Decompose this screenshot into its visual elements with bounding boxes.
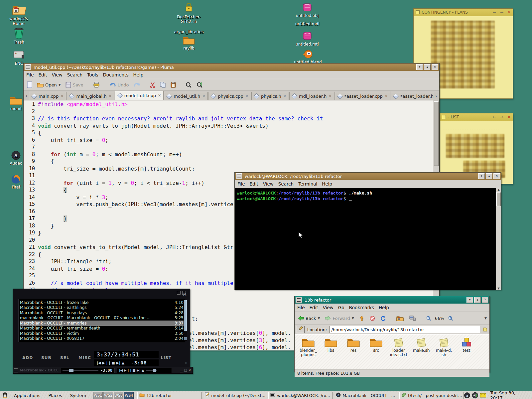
minimize-icon[interactable]: ▾ bbox=[466, 297, 473, 303]
location-go-icon[interactable] bbox=[483, 327, 487, 332]
taskbar-window-button[interactable]: [/tech/ - post your deskt... bbox=[399, 392, 464, 399]
zoom-in-button[interactable] bbox=[447, 315, 455, 322]
desktop-icon-raylib[interactable]: raylib bbox=[174, 35, 204, 51]
desktop-icon-untitled-mtl[interactable]: untitled.mtl bbox=[292, 31, 323, 47]
new-document-button[interactable] bbox=[26, 81, 34, 89]
note-back-arrow[interactable]: ← bbox=[493, 115, 496, 119]
tux-menu-icon[interactable] bbox=[0, 391, 10, 399]
tab-close-icon[interactable]: ✕ bbox=[245, 94, 248, 98]
file-item[interactable]: res bbox=[343, 336, 364, 353]
note-titlebar[interactable]: CONTINGENCY - PLANS ← → ✕ bbox=[414, 9, 513, 16]
applications-menu[interactable]: Applications bbox=[10, 393, 44, 398]
terminal-menubar[interactable]: FileEditViewSearchTerminalHelp bbox=[235, 180, 501, 188]
note-close-icon[interactable]: ✕ bbox=[507, 115, 511, 119]
open-button[interactable]: Open▼ bbox=[36, 81, 62, 88]
cut-button[interactable] bbox=[149, 81, 157, 88]
edit-location-icon[interactable] bbox=[297, 326, 305, 333]
scroll-up-icon[interactable]: ▲ bbox=[496, 188, 501, 191]
workspace-button[interactable]: WS1 bbox=[93, 392, 103, 399]
playlist-item[interactable]: Macroblank - OCCULT - earthlings5:24 bbox=[20, 305, 184, 311]
playlist-misc-button[interactable]: MISC bbox=[78, 355, 91, 360]
scrollbar-thumb[interactable] bbox=[496, 192, 501, 206]
file-item[interactable]: make.sh bbox=[411, 336, 432, 353]
shade-toggle-icon[interactable]: ▢ bbox=[184, 368, 187, 372]
playlist-titlebar[interactable]: ✕ bbox=[13, 289, 190, 297]
playlist-item[interactable]: Macroblank - OCCULT - memories3:37 bbox=[20, 321, 184, 326]
transport-buttons[interactable]: |◀ ▶ | | ■ ▶| ▲ bbox=[97, 361, 124, 365]
workspace-button[interactable]: WS4 bbox=[124, 392, 134, 399]
player-windowshade[interactable]: Macroblank - OCCULT - memories -3:08 |◀ … bbox=[13, 367, 193, 374]
undo-button[interactable]: Undo bbox=[108, 81, 130, 88]
home-button[interactable] bbox=[395, 315, 405, 322]
menu-item[interactable]: Tools bbox=[86, 71, 101, 78]
editor-tab[interactable]: mdl_loader.h✕ bbox=[289, 92, 334, 100]
note-forward-arrow[interactable]: → bbox=[500, 115, 503, 119]
menu-item[interactable]: Documents bbox=[101, 71, 132, 78]
menu-item[interactable]: Edit bbox=[248, 180, 262, 188]
taskbar-window-button[interactable]: warlock@WARLOCK: /ro... bbox=[268, 392, 333, 399]
tab-close-icon[interactable]: ✕ bbox=[108, 94, 111, 98]
file-manager-window[interactable]: 13b refactor ▾ ▴ ✕ FileEditViewGoBookmar… bbox=[294, 296, 490, 372]
forward-button[interactable]: Forward▼ bbox=[324, 315, 355, 322]
stop-button[interactable] bbox=[368, 315, 376, 322]
playlist-transport[interactable]: |◀ ▶ | | ■ ▶| ▲ -3:08 bbox=[94, 359, 159, 366]
playlist-scrollbar[interactable] bbox=[184, 300, 187, 341]
editor-tab[interactable]: main.cpp✕ bbox=[29, 92, 66, 100]
menu-item[interactable]: View bbox=[322, 304, 337, 311]
menu-item[interactable]: View bbox=[262, 180, 277, 188]
menu-item[interactable]: File bbox=[236, 180, 248, 188]
tab-scroll-right-icon[interactable]: › bbox=[434, 92, 439, 99]
desktop-icon-aryan-libraries[interactable]: aryan_libraries bbox=[174, 30, 204, 35]
close-icon[interactable]: ✕ bbox=[189, 368, 191, 372]
menu-item[interactable]: View bbox=[51, 71, 66, 78]
tab-scroll-left-icon[interactable]: ‹ bbox=[24, 92, 29, 99]
taskbar-window-button[interactable]: aMacroblank - OCCULT - ... bbox=[334, 392, 398, 399]
file-item[interactable]: blender_ plugins bbox=[298, 336, 319, 357]
scrollbar-grip[interactable] bbox=[184, 337, 187, 340]
playlist-item[interactable]: Macroblank - OCCULT - victim3:50 bbox=[20, 331, 184, 336]
file-item[interactable]: loader ideas.txt bbox=[388, 336, 409, 357]
playlist-item[interactable]: Macroblank - OCCULT - frozen lake4:10 bbox=[20, 300, 184, 305]
editor-tab[interactable]: *asset_loader.h✕ bbox=[391, 92, 439, 100]
seek-slider[interactable] bbox=[63, 370, 98, 371]
copy-button[interactable] bbox=[159, 81, 167, 88]
playlist-sel-button[interactable]: SEL bbox=[60, 355, 69, 360]
terminal-titlebar[interactable]: warlock@WARLOCK: /root/raylib/13b refact… bbox=[235, 173, 501, 180]
menu-item[interactable]: Help bbox=[377, 304, 392, 311]
paste-button[interactable] bbox=[169, 81, 177, 88]
minimize-icon[interactable]: ▁ bbox=[180, 368, 183, 372]
note-back-arrow[interactable]: ← bbox=[493, 10, 496, 15]
shade-transport[interactable]: |◀ ▶ | | ■ ▶| ▲ bbox=[117, 368, 172, 373]
window-menu-icon[interactable] bbox=[25, 64, 31, 70]
desktop-icon-docfetcher[interactable]: DocFetcher-GTK2.sh bbox=[174, 2, 204, 24]
file-item[interactable]: libs bbox=[321, 336, 341, 353]
playlist-window[interactable]: ✕ Macroblank - OCCULT - frozen lake4:10M… bbox=[13, 289, 190, 367]
tab-close-icon[interactable]: ✕ bbox=[61, 94, 64, 98]
editor-tab[interactable]: physics.h✕ bbox=[251, 92, 289, 100]
zoom-out-button[interactable] bbox=[425, 315, 433, 322]
tab-close-icon[interactable]: ✕ bbox=[202, 94, 205, 98]
file-item[interactable]: test bbox=[456, 336, 477, 353]
desktop-icon-untitled-mdl[interactable]: untitled.mdl bbox=[292, 22, 323, 27]
playlist-add-button[interactable]: ADD bbox=[22, 355, 33, 360]
desktop-icon-home[interactable]: warlock's Home bbox=[3, 3, 34, 26]
menu-item[interactable]: Search bbox=[277, 180, 297, 188]
resize-grip-icon[interactable]: ∷ bbox=[185, 362, 189, 366]
editor-tab[interactable]: physics.cpp✕ bbox=[208, 92, 251, 100]
playlist-close-icon[interactable]: ✕ bbox=[182, 291, 186, 295]
terminal-scrollbar[interactable]: ▲ ▼ bbox=[496, 188, 501, 290]
menu-item[interactable]: File bbox=[296, 304, 308, 311]
workspace-button[interactable]: WS2 bbox=[103, 392, 113, 399]
toolbar-overflow-icon[interactable]: ▼ bbox=[484, 317, 487, 320]
desktop-icon-untitled-obj[interactable]: untitled.obj bbox=[292, 3, 323, 18]
fm-titlebar[interactable]: 13b refactor ▾ ▴ ✕ bbox=[295, 296, 489, 304]
computer-button[interactable] bbox=[407, 315, 417, 322]
scrollbar-thumb[interactable] bbox=[434, 101, 439, 166]
system-menu[interactable]: System bbox=[66, 393, 90, 398]
minimize-icon[interactable]: ▾ bbox=[478, 173, 485, 179]
tray-volume-icon[interactable] bbox=[472, 392, 478, 399]
desktop-icon-untitled-blend[interactable]: untitled.blend bbox=[293, 49, 323, 65]
terminal-output[interactable]: warlock@WARLOCK:/root/raylib/13b refacto… bbox=[235, 188, 496, 290]
playlist-item[interactable]: Macroblank - OCCULT - remember death5:14 bbox=[20, 326, 184, 331]
menu-item[interactable]: Help bbox=[321, 180, 335, 188]
